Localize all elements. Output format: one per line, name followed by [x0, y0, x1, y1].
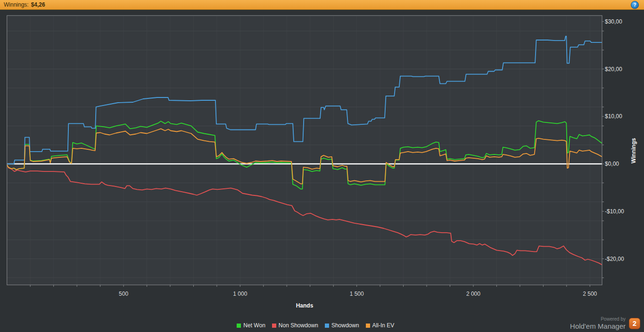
legend-label: Showdown [331, 322, 359, 329]
powered-by-brand: Powered by Hold'em Manager 2 [570, 316, 640, 330]
winnings-value: $4,26 [31, 1, 45, 8]
title-bar: Winnings: $4,26 [0, 0, 644, 10]
legend-item-showdown[interactable]: Showdown [325, 322, 359, 329]
brand-text: Powered by Hold'em Manager [570, 316, 626, 330]
y-tick-label: -$10,00 [605, 208, 624, 215]
help-icon[interactable]: ? [631, 1, 639, 9]
x-tick-label: 2 500 [583, 291, 597, 297]
legend-label: Net Won [243, 322, 265, 329]
powered-by-label: Powered by [570, 316, 626, 322]
y-axis-title: Winnings [630, 138, 637, 163]
plot-area [7, 16, 602, 285]
y-tick-label: $0,00 [605, 161, 619, 167]
y-tick-label: $20,00 [605, 66, 622, 73]
x-tick-label: 2 000 [466, 291, 480, 297]
y-tick-label: $10,00 [605, 113, 622, 120]
non-showdown-swatch-icon [272, 324, 276, 328]
legend-label: All-In EV [372, 322, 395, 329]
legend: Net Won Non Showdown Showdown All-In EV [0, 322, 631, 329]
x-axis-title: Hands [296, 302, 314, 309]
winnings-label: Winnings: [4, 1, 29, 8]
legend-item-all-in-ev[interactable]: All-In EV [366, 322, 395, 329]
x-tick-label: 1 000 [233, 291, 247, 297]
y-tick-label: -$20,00 [605, 256, 624, 262]
hm2-badge-icon: 2 [629, 318, 640, 329]
hm2-graph-window: Winnings: $4,26 ? $30,00$20,00$10,00$0,0… [0, 0, 644, 332]
legend-label: Non Showdown [279, 322, 318, 329]
winnings-graph-plot [0, 0, 644, 332]
net-won-swatch-icon [237, 324, 241, 328]
x-tick-label: 500 [119, 291, 128, 297]
legend-item-non-showdown[interactable]: Non Showdown [272, 322, 318, 329]
brand-name: Hold'em Manager [570, 322, 626, 330]
all-in-ev-swatch-icon [366, 324, 370, 328]
legend-item-net-won[interactable]: Net Won [237, 322, 265, 329]
showdown-swatch-icon [325, 324, 329, 328]
x-tick-label: 1 500 [350, 291, 364, 297]
y-tick-label: $30,00 [605, 18, 622, 25]
